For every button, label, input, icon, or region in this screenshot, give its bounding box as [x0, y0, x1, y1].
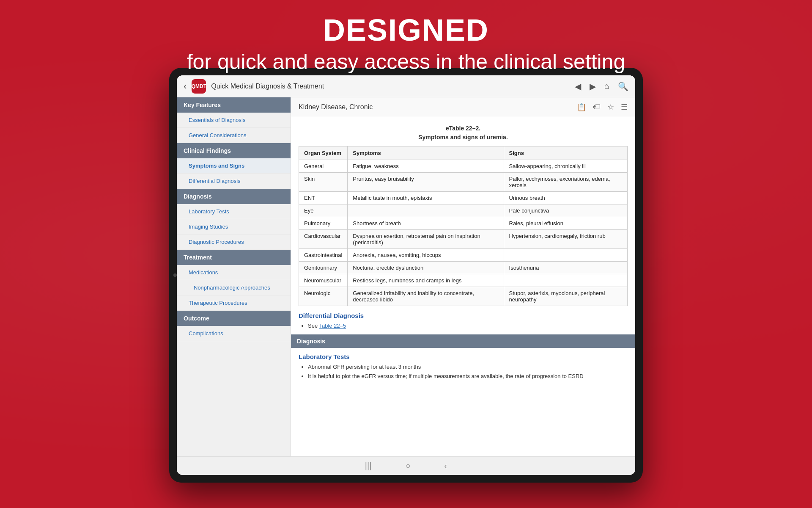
sidebar-section-treatment: Treatment: [177, 250, 291, 265]
sidebar-item-diagnostic-procedures[interactable]: Diagnostic Procedures: [177, 235, 291, 250]
sidebar-item-general-considerations[interactable]: General Considerations: [177, 128, 291, 143]
header-subtitle: for quick and easy access in the clinica…: [0, 50, 812, 74]
sidebar-item-laboratory-tests[interactable]: Laboratory Tests: [177, 204, 291, 219]
app-icon: QMDT: [192, 79, 206, 94]
sidebar: Key Features Essentials of Diagnosis Gen…: [177, 97, 291, 456]
sidebar-item-essentials[interactable]: Essentials of Diagnosis: [177, 113, 291, 128]
sidebar-item-therapeutic-procedures[interactable]: Therapeutic Procedures: [177, 295, 291, 311]
tablet-frame: ‹ QMDT Quick Medical Diagnosis & Treatme…: [169, 68, 643, 483]
sidebar-section-clinical-findings: Clinical Findings: [177, 143, 291, 158]
table-row: Skin Pruritus, easy bruisability Pallor,…: [299, 173, 628, 192]
list-item: It is helpful to plot the eGFR versus ti…: [308, 372, 628, 381]
table-row: Cardiovascular Dyspnea on exertion, retr…: [299, 230, 628, 249]
next-icon[interactable]: ▶: [590, 81, 596, 91]
top-bar: ‹ QMDT Quick Medical Diagnosis & Treatme…: [177, 75, 635, 97]
clipboard-icon[interactable]: 📋: [577, 102, 586, 112]
sidebar-item-imaging-studies[interactable]: Imaging Studies: [177, 219, 291, 235]
differential-heading: Differential Diagnosis: [299, 312, 628, 319]
sidebar-item-differential-diagnosis[interactable]: Differential Diagnosis: [177, 174, 291, 189]
table-row: Neurologic Generalized irritability and …: [299, 287, 628, 306]
home-icon[interactable]: ⌂: [604, 81, 609, 91]
lab-tests-heading: Laboratory Tests: [299, 353, 628, 360]
menu-bottom-icon[interactable]: |||: [365, 461, 372, 471]
list-item: Abnormal GFR persisting for at least 3 m…: [308, 363, 628, 371]
content-area: Kidney Disease, Chronic 📋 🏷 ☆ ☰ eTable 2…: [291, 97, 635, 456]
differential-list: See Table 22–5: [299, 322, 628, 330]
uremia-table: Organ System Symptoms Signs General Fati…: [299, 146, 628, 306]
table-row: ENT Metallic taste in mouth, epistaxis U…: [299, 192, 628, 204]
sidebar-section-diagnosis: Diagnosis: [177, 189, 291, 204]
lab-tests-list: Abnormal GFR persisting for at least 3 m…: [299, 363, 628, 381]
header-title: DESIGNED: [0, 13, 812, 47]
sidebar-item-medications[interactable]: Medications: [177, 265, 291, 280]
menu-icon[interactable]: ☰: [621, 102, 628, 112]
table-row: General Fatigue, weakness Sallow-appeari…: [299, 160, 628, 173]
prev-icon[interactable]: ◀: [575, 81, 581, 91]
sidebar-section-key-features: Key Features: [177, 97, 291, 113]
search-icon[interactable]: 🔍: [618, 81, 628, 91]
table-link[interactable]: Table 22–5: [319, 323, 346, 329]
bottom-bar: ||| ○ ‹: [177, 456, 635, 475]
content-header-icons: 📋 🏷 ☆ ☰: [577, 102, 628, 112]
top-bar-icons: ◀ ▶ ⌂ 🔍: [575, 81, 628, 91]
col-header-signs: Signs: [504, 146, 627, 160]
side-dot: [173, 273, 177, 277]
app-title: Quick Medical Diagnosis & Treatment: [211, 83, 570, 90]
table-row: Pulmonary Shortness of breath Rales, ple…: [299, 217, 628, 230]
diagnosis-bar: Diagnosis: [291, 334, 635, 348]
sidebar-section-outcome: Outcome: [177, 311, 291, 326]
sidebar-item-complications[interactable]: Complications: [177, 326, 291, 341]
list-item: See Table 22–5: [308, 322, 628, 330]
main-area: Key Features Essentials of Diagnosis Gen…: [177, 97, 635, 456]
table-row: Genitourinary Nocturia, erectile dysfunc…: [299, 262, 628, 274]
sidebar-item-symptoms-signs[interactable]: Symptoms and Signs: [177, 158, 291, 174]
header-area: DESIGNED for quick and easy access in th…: [0, 13, 812, 74]
table-caption: eTable 22–2. Symptoms and signs of uremi…: [299, 124, 628, 142]
col-header-symptoms: Symptoms: [348, 146, 504, 160]
content-page-title: Kidney Disease, Chronic: [299, 103, 373, 111]
content-body: eTable 22–2. Symptoms and signs of uremi…: [291, 117, 635, 389]
table-row: Eye Pale conjunctiva: [299, 204, 628, 217]
tablet-screen: ‹ QMDT Quick Medical Diagnosis & Treatme…: [177, 75, 635, 475]
tag-icon[interactable]: 🏷: [593, 102, 601, 112]
content-header: Kidney Disease, Chronic 📋 🏷 ☆ ☰: [291, 97, 635, 117]
col-header-organ: Organ System: [299, 146, 348, 160]
sidebar-item-nonpharmacologic[interactable]: Nonpharmacologic Approaches: [177, 280, 291, 295]
table-row: Neuromuscular Restless legs, numbness an…: [299, 274, 628, 287]
home-bottom-icon[interactable]: ○: [405, 461, 410, 471]
back-bottom-icon[interactable]: ‹: [444, 461, 447, 471]
table-row: Gastrointestinal Anorexia, nausea, vomit…: [299, 249, 628, 262]
back-button[interactable]: ‹: [184, 81, 187, 92]
star-icon[interactable]: ☆: [607, 102, 614, 112]
